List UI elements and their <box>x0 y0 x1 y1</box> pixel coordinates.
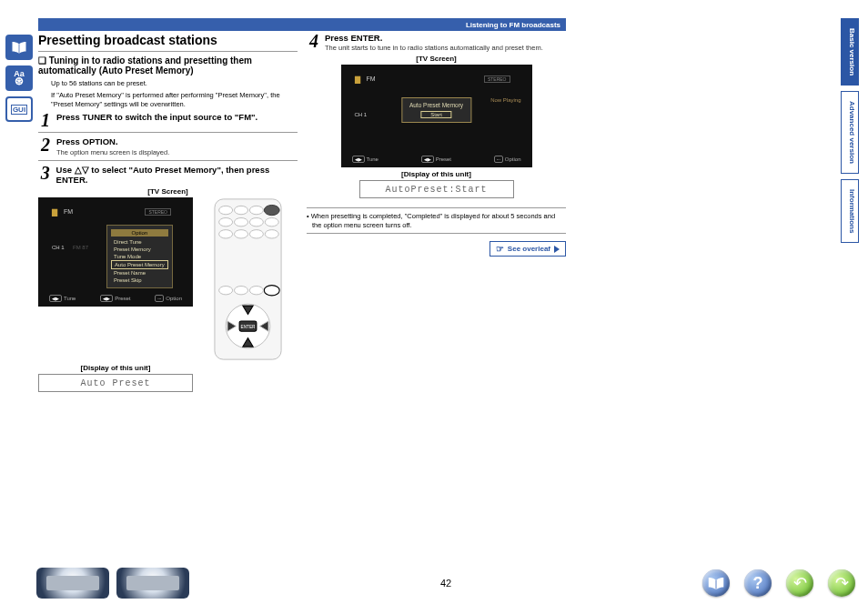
svg-point-4 <box>264 206 279 216</box>
menu-item: Preset Skip <box>111 277 168 284</box>
redo-icon: ↷ <box>835 573 849 593</box>
folder-icon: ▇ <box>52 208 57 216</box>
step-number: 3 <box>38 165 53 181</box>
tab-advanced[interactable]: Advanced version <box>841 91 859 174</box>
step-number: 4 <box>307 33 321 49</box>
column-left: Presetting broadcast stations Tuning in … <box>38 31 298 392</box>
svg-point-11 <box>249 230 263 238</box>
see-label: See overleaf <box>508 245 550 253</box>
completion-note: • When presetting is completed, "Complet… <box>312 212 566 229</box>
menu-item-selected: Auto Preset Memory <box>111 260 168 269</box>
unit-caption: [Display of this unit] <box>38 364 193 372</box>
footer: 42 ? ↶ ↷ <box>36 565 855 601</box>
step-4: 4 Press ENTER. The unit starts to tune i… <box>307 33 566 52</box>
svg-point-2 <box>235 206 248 215</box>
stereo-badge: STEREO <box>145 208 171 216</box>
toc-button[interactable] <box>702 569 730 597</box>
dictionary-icon[interactable]: Aa ⊛ <box>5 65 33 91</box>
side-tabs: Basic version Advanced version Informati… <box>841 18 859 243</box>
device-thumb-2[interactable] <box>116 568 189 599</box>
tv-hints: ◀▶Tune ◀▶Preset ···Option <box>49 296 182 301</box>
main-content: Presetting broadcast stations Tuning in … <box>38 31 566 392</box>
tv-channel: CH 1 <box>52 245 65 250</box>
step-text: Press ENTER. The unit starts to tune in … <box>325 33 543 52</box>
step-1: 1 Press TUNER to switch the input source… <box>38 112 298 128</box>
subsection-title: Tuning in to radio stations and presetti… <box>38 55 298 75</box>
tv-hints: ◀▶Tune ◀▶Preset ···Option <box>352 156 521 162</box>
tv-source: FM <box>367 75 376 82</box>
menu-item: Direct Tune <box>111 238 168 246</box>
question-icon: ? <box>753 574 763 593</box>
svg-point-6 <box>235 218 248 226</box>
footer-nav: ? ↶ ↷ <box>702 569 855 597</box>
undo-icon: ↶ <box>793 573 807 593</box>
see-overleaf-button[interactable]: ☞ See overleaf <box>490 241 566 257</box>
step-text: Use △▽ to select "Auto Preset Memory", t… <box>56 165 298 186</box>
device-thumbs <box>36 568 189 599</box>
book-icon[interactable] <box>5 35 33 60</box>
tv-screen-step3: ▇ FM STEREO CH 1 FM 87 Option Direct Tun… <box>38 197 193 307</box>
prev-button[interactable]: ↶ <box>786 569 813 597</box>
tv-caption: [TV Screen] <box>307 55 566 63</box>
breadcrumb: Listening to FM broadcasts <box>38 18 566 31</box>
svg-point-16 <box>249 287 263 295</box>
now-playing: Now Playing <box>490 97 520 103</box>
svg-point-1 <box>219 206 233 215</box>
page-title: Presetting broadcast stations <box>38 33 298 47</box>
svg-point-5 <box>219 218 233 226</box>
svg-point-14 <box>219 287 233 295</box>
dialog-title: Auto Preset Memory <box>409 102 463 108</box>
help-button[interactable]: ? <box>744 569 772 597</box>
step-text: Press TUNER to switch the input source t… <box>56 112 257 122</box>
tab-basic[interactable]: Basic version <box>841 18 859 86</box>
triangle-icon <box>554 246 560 253</box>
svg-point-15 <box>235 287 248 295</box>
intro-text-1: Up to 56 stations can be preset. <box>51 79 298 87</box>
step-2: 2 Press OPTION. The option menu screen i… <box>38 136 298 156</box>
step-number: 2 <box>38 136 53 153</box>
column-right: 4 Press ENTER. The unit starts to tune i… <box>307 31 566 392</box>
svg-point-8 <box>265 218 278 226</box>
svg-point-3 <box>249 206 263 215</box>
menu-item: Tune Mode <box>111 253 168 260</box>
dialog: Auto Preset Memory Start <box>401 97 471 123</box>
svg-point-9 <box>219 230 233 238</box>
menu-item: Preset Name <box>111 269 168 277</box>
step-3: 3 Use △▽ to select "Auto Preset Memory",… <box>38 165 298 186</box>
menu-item: Preset Memory <box>111 246 168 253</box>
book-icon <box>708 577 724 589</box>
svg-point-10 <box>235 230 248 238</box>
intro-text-2: If "Auto Preset Memory" is performed aft… <box>51 91 298 108</box>
page-number: 42 <box>440 578 451 589</box>
svg-point-7 <box>249 218 263 226</box>
tv-screen-step4: ▇ FM STEREO Now Playing CH 1 Auto Preset… <box>341 65 532 167</box>
left-toolbar: Aa ⊛ GUI <box>5 35 33 122</box>
pointer-icon: ☞ <box>496 244 504 254</box>
menu-header: Option <box>111 229 168 237</box>
dialog-button: Start <box>420 111 452 118</box>
next-button[interactable]: ↷ <box>828 569 855 597</box>
option-menu: Option Direct Tune Preset Memory Tune Mo… <box>106 225 173 288</box>
folder-icon: ▇ <box>355 75 360 84</box>
gui-icon[interactable]: GUI <box>5 96 33 122</box>
stereo-badge: STEREO <box>484 75 510 83</box>
lcd-display: AutoPreset:Start <box>359 180 514 198</box>
tv-source: FM <box>64 208 73 215</box>
tv-channel: CH 1 <box>355 112 368 117</box>
lcd-display: Auto Preset <box>38 374 193 392</box>
step-text: Press OPTION. The option menu screen is … <box>56 136 169 156</box>
svg-point-13 <box>264 286 279 296</box>
tab-info[interactable]: Informations <box>841 179 859 243</box>
svg-text:ENTER: ENTER <box>241 326 256 330</box>
svg-point-12 <box>265 230 278 238</box>
tv-freq: FM 87 <box>73 245 88 250</box>
remote-illustration: ENTER <box>198 197 298 361</box>
device-thumb-1[interactable] <box>36 568 109 599</box>
unit-caption: [Display of this unit] <box>307 170 566 178</box>
tv-caption: [TV Screen] <box>38 187 298 196</box>
step-number: 1 <box>38 112 53 128</box>
